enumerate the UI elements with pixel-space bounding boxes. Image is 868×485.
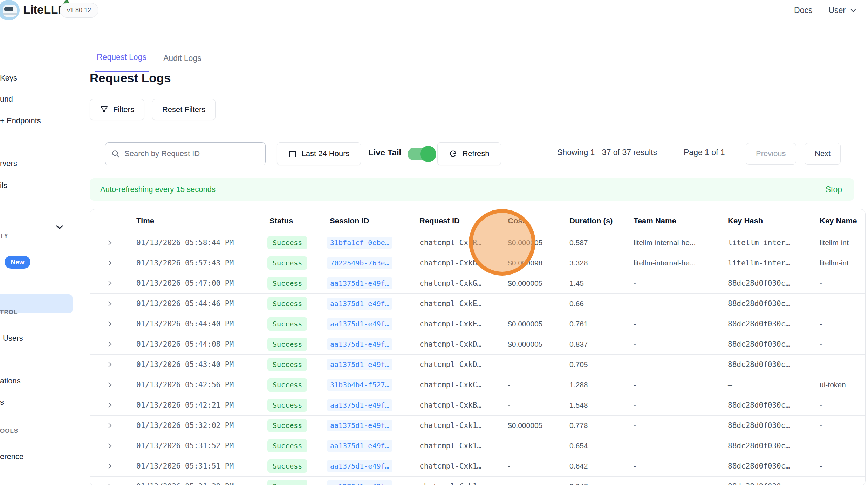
table-row[interactable]: 01/13/2026 05:44:08 PM Success aa1375d1-… [90, 334, 866, 354]
sidebar-item-teams[interactable]: s [0, 398, 4, 407]
expand-chevron-icon[interactable] [104, 399, 116, 411]
page-title: Request Logs [90, 71, 171, 85]
expand-chevron-icon[interactable] [104, 460, 116, 472]
search-box [105, 142, 266, 165]
sidebar-section-access-control: TROL [0, 309, 18, 316]
previous-page-button[interactable]: Previous [746, 143, 796, 165]
docs-link[interactable]: Docs [794, 6, 812, 15]
table-row[interactable]: 01/13/2026 05:47:00 PM Success aa1375d1-… [90, 273, 866, 293]
sidebar-item-organizations[interactable]: ations [0, 376, 21, 386]
expand-chevron-icon[interactable] [104, 318, 116, 330]
version-badge: v1.80.12 [60, 3, 98, 18]
user-menu-label: User [828, 6, 846, 15]
sidebar-item-keys[interactable]: Keys [0, 74, 17, 83]
session-id-link[interactable]: aa1375d1-e49f… [327, 277, 392, 289]
sidebar-item-users[interactable]: Users [3, 334, 23, 343]
session-id-link[interactable]: aa1375d1-e49f… [327, 318, 392, 330]
expand-chevron-icon[interactable] [104, 338, 116, 350]
expand-chevron-icon[interactable] [104, 420, 116, 431]
version-label: v1.80.12 [67, 7, 91, 14]
table-row[interactable]: 01/13/2026 05:58:44 PM Success 31bfa1cf-… [90, 233, 866, 253]
stop-auto-refresh-link[interactable]: Stop [826, 185, 842, 194]
sidebar-item-playground[interactable]: und [0, 95, 13, 104]
table-row[interactable]: 01/13/2026 05:42:21 PM Success aa1375d1-… [90, 395, 866, 415]
request-id-cell: chatcmpl-CxkC… [412, 375, 501, 395]
auto-refresh-banner: Auto-refreshing every 15 seconds Stop [90, 178, 854, 201]
expand-chevron-icon[interactable] [104, 359, 116, 370]
key-name-cell: - [813, 273, 866, 293]
session-id-link[interactable]: 31b3b4b4-f527… [327, 379, 392, 391]
expand-chevron-icon[interactable] [104, 480, 116, 485]
key-hash-cell: litellm-inter… [721, 233, 813, 253]
table-row[interactable]: 01/13/2026 05:57:43 PM Success 7022549b-… [90, 253, 866, 273]
session-id-link[interactable]: aa1375d1-e49f… [327, 440, 392, 452]
filters-button[interactable]: Filters [90, 99, 144, 120]
session-id-link[interactable]: 31bfa1cf-0ebe… [327, 237, 392, 249]
table-row[interactable]: 01/13/2026 05:31:38 PM Success aa1375d1-… [90, 476, 866, 485]
refresh-button[interactable]: Refresh [437, 142, 501, 165]
key-hash-cell: – [721, 375, 813, 395]
expand-chevron-icon[interactable] [104, 379, 116, 391]
status-badge: Success [267, 277, 307, 290]
header-request-id: Request ID [412, 209, 501, 233]
sidebar-item-guardrails[interactable]: ils [0, 181, 7, 190]
table-row[interactable]: 01/13/2026 05:32:02 PM Success aa1375d1-… [90, 415, 866, 436]
key-name-cell: - [813, 314, 866, 334]
status-cell: Success [262, 436, 323, 456]
header-key-hash: Key Hash [721, 209, 813, 233]
sidebar-item-inference[interactable]: erence [0, 452, 23, 461]
request-id-cell: chatcmpl-Cxk1… [412, 456, 501, 476]
table-row[interactable]: 01/13/2026 05:44:40 PM Success aa1375d1-… [90, 314, 866, 334]
team-name-cell: - [627, 314, 721, 334]
status-cell: Success [262, 354, 323, 375]
expand-cell [90, 273, 129, 293]
sidebar-item-servers[interactable]: rvers [0, 159, 17, 168]
expand-chevron-icon[interactable] [104, 277, 116, 289]
tab-audit-logs[interactable]: Audit Logs [163, 43, 201, 72]
expand-chevron-icon[interactable] [104, 298, 116, 310]
session-id-link[interactable]: aa1375d1-e49f… [327, 420, 392, 431]
cost-cell: - [501, 456, 562, 476]
session-id-link[interactable]: aa1375d1-e49f… [327, 359, 392, 370]
sidebar-collapse-chevron-icon[interactable] [53, 221, 66, 233]
team-name-cell: - [627, 415, 721, 436]
time-cell: 01/13/2026 05:31:38 PM [129, 476, 262, 485]
session-id-link[interactable]: aa1375d1-e49f… [327, 298, 392, 310]
reset-filters-button[interactable]: Reset Filters [152, 99, 216, 120]
topbar: LiteLLM v1.80.12 Docs User [0, 0, 868, 20]
session-id-link[interactable]: aa1375d1-e49f… [327, 399, 392, 411]
key-hash-cell: 88dc28d0f030c… [721, 334, 813, 354]
refresh-icon [449, 150, 457, 158]
expand-chevron-icon[interactable] [104, 257, 116, 269]
next-page-button[interactable]: Next [805, 143, 841, 165]
sidebar-item-endpoints[interactable]: + Endpoints [0, 116, 41, 125]
status-cell: Success [262, 314, 323, 334]
session-id-link[interactable]: aa1375d1-e49f… [327, 480, 392, 485]
table-row[interactable]: 01/13/2026 05:31:51 PM Success aa1375d1-… [90, 456, 866, 476]
expand-chevron-icon[interactable] [104, 440, 116, 452]
search-input[interactable] [124, 149, 260, 158]
status-cell: Success [262, 273, 323, 293]
session-id-cell: 31b3b4b4-f527… [323, 375, 412, 395]
duration-cell: 1.288 [562, 375, 627, 395]
session-id-link[interactable]: aa1375d1-e49f… [327, 338, 392, 350]
table-row[interactable]: 01/13/2026 05:43:40 PM Success aa1375d1-… [90, 354, 866, 375]
duration-cell: 0.587 [562, 233, 627, 253]
request-id-cell: chatcmpl-CxkB… [412, 395, 501, 415]
session-id-cell: aa1375d1-e49f… [323, 293, 412, 314]
duration-cell: 0.705 [562, 354, 627, 375]
user-menu[interactable]: User [828, 6, 857, 15]
session-id-link[interactable]: 7022549b-763e… [327, 257, 392, 269]
table-row[interactable]: 01/13/2026 05:42:56 PM Success 31b3b4b4-… [90, 375, 866, 395]
table-row[interactable]: 01/13/2026 05:31:52 PM Success aa1375d1-… [90, 436, 866, 456]
time-range-button[interactable]: Last 24 Hours [277, 142, 361, 165]
expand-chevron-icon[interactable] [104, 237, 116, 249]
tab-request-logs[interactable]: Request Logs [95, 43, 149, 72]
session-id-link[interactable]: aa1375d1-e49f… [327, 460, 392, 472]
header-time: Time [129, 209, 262, 233]
cost-cell: $0.000005 [501, 314, 562, 334]
live-tail-toggle[interactable] [408, 148, 434, 160]
key-name-cell: - [813, 395, 866, 415]
table-row[interactable]: 01/13/2026 05:44:46 PM Success aa1375d1-… [90, 293, 866, 314]
cost-cell: $0.000005 [501, 334, 562, 354]
